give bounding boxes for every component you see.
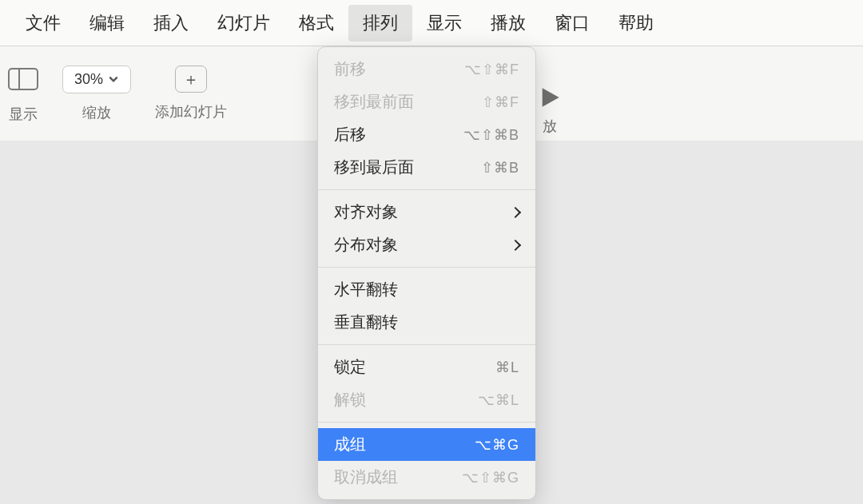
view-mode-icon[interactable] [8, 63, 38, 95]
menu-format[interactable]: 格式 [284, 5, 348, 42]
menu-insert[interactable]: 插入 [139, 5, 203, 42]
submenu-arrow-icon [510, 239, 521, 250]
toolbar-view-group: 显示 [8, 63, 38, 124]
toolbar-add-slide-group: ＋ 添加幻灯片 [155, 65, 227, 121]
toolbar-view-label: 显示 [9, 105, 38, 124]
menu-play[interactable]: 播放 [476, 5, 540, 42]
menu-item-group[interactable]: 成组 ⌥⌘G [318, 428, 535, 461]
toolbar-zoom-label: 缩放 [82, 103, 111, 122]
dropdown-separator [318, 189, 535, 190]
menu-item-lock[interactable]: 锁定 ⌘L [318, 351, 535, 383]
play-icon[interactable] [539, 86, 561, 109]
menu-item-send-backward[interactable]: 后移 ⌥⇧⌘B [318, 118, 535, 151]
menu-item-flip-vertical[interactable]: 垂直翻转 [318, 306, 535, 339]
dropdown-separator [318, 267, 535, 268]
svg-rect-0 [9, 69, 38, 89]
dropdown-separator [318, 344, 535, 345]
toolbar-add-slide-label: 添加幻灯片 [155, 102, 227, 121]
plus-icon: ＋ [183, 69, 199, 90]
menu-arrange[interactable]: 排列 [348, 5, 412, 42]
chevron-down-icon [108, 73, 119, 85]
menu-item-ungroup[interactable]: 取消成组 ⌥⇧⌘G [318, 461, 535, 494]
toolbar-zoom-group: 30% 缩放 [62, 65, 131, 122]
menu-item-bring-forward[interactable]: 前移 ⌥⇧⌘F [318, 53, 535, 85]
menubar: 文件 编辑 插入 幻灯片 格式 排列 显示 播放 窗口 帮助 [0, 0, 863, 46]
menu-window[interactable]: 窗口 [540, 5, 604, 42]
menu-file[interactable]: 文件 [11, 5, 75, 42]
toolbar-play-label-partial: 放 [543, 117, 557, 136]
svg-marker-2 [543, 88, 559, 106]
menu-slide[interactable]: 幻灯片 [203, 5, 284, 42]
menu-view[interactable]: 显示 [412, 5, 476, 42]
arrange-dropdown: 前移 ⌥⇧⌘F 移到最前面 ⇧⌘F 后移 ⌥⇧⌘B 移到最后面 ⇧⌘B 对齐对象… [317, 46, 536, 500]
zoom-value: 30% [74, 71, 103, 88]
zoom-select[interactable]: 30% [62, 65, 131, 93]
toolbar-play-partial: 放 [539, 86, 561, 136]
add-slide-button[interactable]: ＋ [175, 65, 207, 93]
dropdown-separator [318, 422, 535, 423]
menu-item-send-to-back[interactable]: 移到最后面 ⇧⌘B [318, 151, 535, 184]
menu-item-bring-to-front[interactable]: 移到最前面 ⇧⌘F [318, 85, 535, 118]
submenu-arrow-icon [510, 206, 521, 217]
menu-item-distribute-objects[interactable]: 分布对象 [318, 228, 535, 261]
menu-item-flip-horizontal[interactable]: 水平翻转 [318, 273, 535, 306]
menu-help[interactable]: 帮助 [604, 5, 668, 42]
menu-item-unlock[interactable]: 解锁 ⌥⌘L [318, 383, 535, 416]
menu-edit[interactable]: 编辑 [75, 5, 139, 42]
menu-item-align-objects[interactable]: 对齐对象 [318, 196, 535, 228]
